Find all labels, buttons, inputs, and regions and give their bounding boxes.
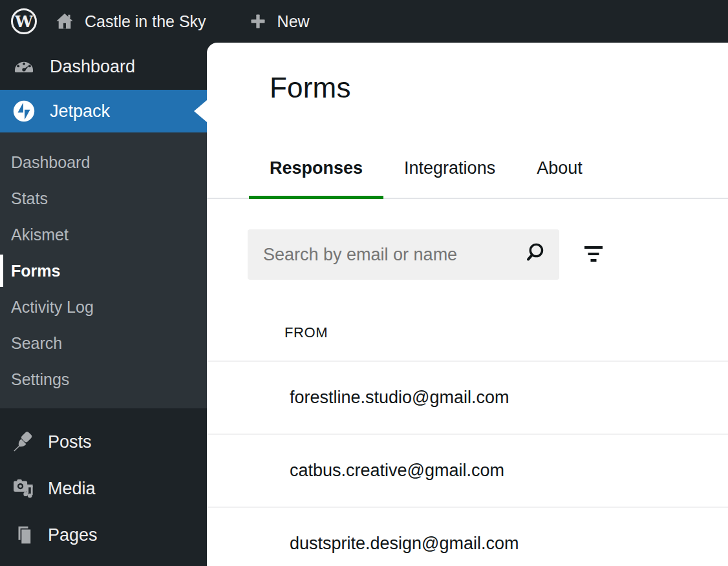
jetpack-icon [12,100,36,123]
search-icon[interactable] [523,242,545,267]
home-icon [55,12,74,31]
sidebar-item-media[interactable]: Media [0,465,207,512]
plus-icon [249,12,267,30]
sidebar-item-label: Dashboard [50,57,135,77]
forms-tab-bar: Responses Integrations About [207,145,728,199]
new-button-label: New [277,12,310,31]
submenu-item-stats[interactable]: Stats [0,180,207,216]
submenu-label: Stats [11,189,48,208]
admin-sidebar: Dashboard Jetpack Dashboard Stats Akisme… [0,43,207,566]
submenu-item-activity-log[interactable]: Activity Log [0,289,207,325]
filter-button[interactable] [575,229,612,280]
from-column-header[interactable]: FROM [284,324,328,341]
submenu-item-search[interactable]: Search [0,325,207,361]
responses-table: forestline.studio@gmail.com catbus.creat… [207,361,728,566]
dashboard-gauge-icon [12,55,36,78]
table-row[interactable]: dustsprite.design@gmail.com [207,507,728,566]
tab-label: About [537,158,583,178]
media-icon [12,477,34,499]
new-button[interactable]: New [249,12,310,31]
sidebar-item-label: Posts [48,432,92,452]
page-title: Forms [270,72,351,104]
tab-about[interactable]: About [516,145,603,198]
jetpack-submenu: Dashboard Stats Akismet Forms Activity L… [0,132,207,408]
wordpress-admin-screen: W Castle in the Sky New [0,0,728,566]
forms-content-panel: Forms Responses Integrations About [207,43,728,566]
pages-icon [12,524,34,546]
sidebar-item-jetpack[interactable]: Jetpack [0,90,207,132]
sidebar-bottom-group: Posts [0,419,207,558]
submenu-label: Settings [11,370,69,389]
submenu-label: Activity Log [11,298,94,317]
pushpin-icon [12,431,34,453]
tab-label: Integrations [404,158,495,178]
sidebar-item-pages[interactable]: Pages [0,512,207,558]
tab-responses[interactable]: Responses [249,145,383,198]
submenu-label: Search [11,334,62,353]
tab-integrations[interactable]: Integrations [383,145,516,198]
search-row [248,229,612,280]
submenu-label: Akismet [11,225,69,244]
sidebar-item-label: Jetpack [50,101,110,121]
response-email[interactable]: forestline.studio@gmail.com [290,388,509,408]
search-box [248,229,559,280]
wordpress-logo-icon[interactable]: W [11,8,37,34]
sidebar-item-dashboard[interactable]: Dashboard [0,47,207,87]
sidebar-item-label: Media [48,479,96,499]
submenu-item-dashboard[interactable]: Dashboard [0,144,207,180]
admin-top-bar: W Castle in the Sky New [0,0,728,43]
submenu-label: Dashboard [11,153,90,172]
sidebar-item-posts[interactable]: Posts [0,419,207,465]
submenu-item-akismet[interactable]: Akismet [0,216,207,253]
submenu-item-forms[interactable]: Forms [0,253,207,289]
active-menu-arrow-icon [194,100,207,122]
sidebar-item-label: Pages [48,525,98,545]
site-name-link[interactable]: Castle in the Sky [55,12,206,31]
site-name-label: Castle in the Sky [85,12,206,31]
submenu-label: Forms [11,262,60,280]
submenu-item-settings[interactable]: Settings [0,361,207,397]
tab-label: Responses [270,158,363,178]
table-row[interactable]: forestline.studio@gmail.com [207,361,728,434]
response-email[interactable]: catbus.creative@gmail.com [290,461,504,481]
response-email[interactable]: dustsprite.design@gmail.com [290,534,519,554]
table-row[interactable]: catbus.creative@gmail.com [207,434,728,507]
search-input[interactable] [263,245,523,265]
filter-icon [583,243,605,267]
